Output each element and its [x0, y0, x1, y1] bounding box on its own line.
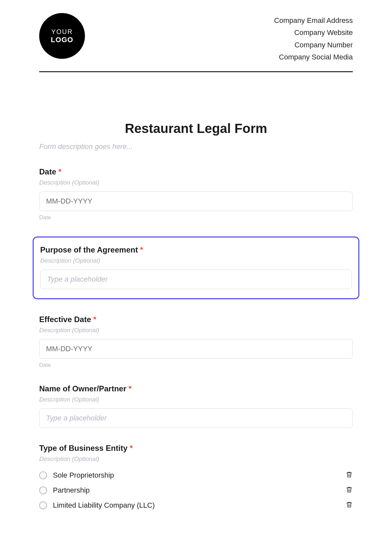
document-header: YOUR LOGO Company Email Address Company … — [39, 13, 353, 72]
field-effective-date-caption: Date — [39, 362, 353, 368]
effective-date-input[interactable] — [39, 339, 353, 359]
company-info: Company Email Address Company Website Co… — [274, 13, 353, 63]
purpose-input[interactable] — [40, 270, 352, 289]
field-date-sub[interactable]: Description (Optional) — [39, 179, 353, 186]
field-effective-date: Effective Date * Description (Optional) … — [39, 315, 353, 368]
radio-label: Limited Liability Company (LLC) — [53, 501, 155, 510]
field-purpose-sub[interactable]: Description (Optional) — [40, 257, 352, 264]
field-entity: Type of Business Entity * Description (O… — [39, 444, 353, 513]
field-entity-label-text: Type of Business Entity — [39, 444, 127, 452]
field-entity-label: Type of Business Entity * — [39, 444, 353, 453]
logo: YOUR LOGO — [39, 13, 85, 59]
required-indicator: * — [93, 315, 96, 324]
form-description[interactable]: Form description goes here... — [39, 142, 353, 151]
required-indicator: * — [130, 444, 133, 452]
radio-label: Partnership — [53, 486, 90, 495]
company-social: Company Social Media — [274, 51, 353, 63]
form-title: Restaurant Legal Form — [39, 121, 353, 136]
trash-icon[interactable] — [346, 471, 353, 480]
field-effective-date-label-text: Effective Date — [39, 315, 91, 324]
field-owner-sub[interactable]: Description (Optional) — [39, 396, 353, 403]
field-owner: Name of Owner/Partner * Description (Opt… — [39, 384, 353, 428]
owner-input[interactable] — [39, 408, 353, 428]
radio-icon[interactable] — [39, 471, 47, 479]
date-input[interactable] — [39, 191, 353, 211]
radio-option-partnership[interactable]: Partnership — [39, 483, 353, 498]
radio-option-llc[interactable]: Limited Liability Company (LLC) — [39, 498, 353, 513]
field-effective-date-label: Effective Date * — [39, 315, 353, 324]
field-effective-date-sub[interactable]: Description (Optional) — [39, 327, 353, 334]
required-indicator: * — [140, 245, 143, 254]
logo-line2: LOGO — [51, 36, 74, 44]
required-indicator: * — [128, 384, 131, 393]
company-number: Company Number — [274, 39, 353, 51]
logo-line1: YOUR — [51, 28, 73, 36]
company-website: Company Website — [274, 26, 353, 39]
field-entity-sub[interactable]: Description (Optional) — [39, 455, 353, 463]
field-purpose[interactable]: Purpose of the Agreement * Description (… — [33, 237, 359, 299]
radio-icon[interactable] — [39, 501, 47, 509]
required-indicator: * — [58, 167, 61, 176]
radio-option-sole-proprietorship[interactable]: Sole Proprietorship — [39, 468, 353, 483]
field-date-caption: Date — [39, 214, 353, 221]
field-owner-label: Name of Owner/Partner * — [39, 384, 353, 393]
field-date-label-text: Date — [39, 167, 56, 176]
field-purpose-label: Purpose of the Agreement * — [40, 245, 352, 254]
radio-label: Sole Proprietorship — [53, 471, 114, 480]
field-owner-label-text: Name of Owner/Partner — [39, 384, 126, 393]
company-email: Company Email Address — [274, 14, 353, 26]
field-date: Date * Description (Optional) Date — [39, 167, 353, 221]
trash-icon[interactable] — [346, 486, 353, 495]
radio-icon[interactable] — [39, 486, 47, 494]
trash-icon[interactable] — [346, 501, 353, 510]
field-date-label: Date * — [39, 167, 353, 176]
field-purpose-label-text: Purpose of the Agreement — [40, 245, 138, 254]
